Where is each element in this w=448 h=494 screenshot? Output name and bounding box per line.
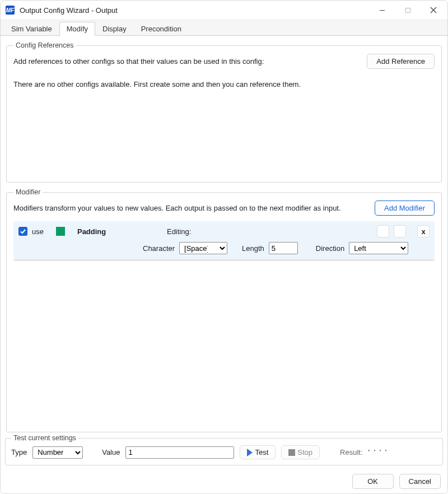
tab-precondition[interactable]: Precondition [134, 22, 189, 36]
modifier-group: Modifier Modifiers transform your values… [6, 188, 442, 432]
config-references-empty: There are no other configs available. Fi… [13, 80, 435, 88]
character-label: Character [143, 244, 175, 253]
tab-modify[interactable]: Modify [59, 22, 95, 36]
svg-text:MF: MF [6, 7, 15, 13]
use-checkbox[interactable] [18, 227, 27, 236]
modifier-desc: Modifiers transform your values to new v… [13, 204, 371, 212]
add-reference-button[interactable]: Add Reference [367, 54, 435, 69]
add-modifier-button[interactable]: Add Modifier [375, 201, 435, 216]
modifier-color-swatch [56, 227, 65, 236]
title-bar: MF Output Config Wizard - Output [1, 1, 447, 20]
app-icon: MF [5, 5, 15, 15]
result-value: ' ' ' ' [368, 448, 388, 456]
move-up-button[interactable] [377, 225, 389, 237]
stop-button[interactable]: Stop [281, 445, 320, 459]
test-settings-legend: Test current settings [11, 434, 78, 442]
modifier-item: use Padding Editing: x Character [Space]… [13, 221, 435, 260]
direction-label: Direction [316, 244, 344, 253]
maximize-button[interactable] [395, 1, 421, 19]
modifier-legend: Modifier [13, 188, 43, 196]
move-down-button[interactable] [394, 225, 406, 237]
use-label: use [32, 227, 44, 236]
test-value-input[interactable] [125, 446, 234, 459]
ok-button[interactable]: OK [352, 474, 394, 489]
window-title: Output Config Wizard - Output [20, 6, 118, 15]
minimize-button[interactable] [369, 1, 395, 19]
character-select[interactable]: [Space] [179, 242, 227, 254]
config-references-group: Config References Add references to othe… [6, 41, 442, 183]
play-icon [247, 449, 253, 456]
length-label: Length [242, 244, 264, 253]
close-button[interactable] [421, 1, 446, 19]
cancel-button[interactable]: Cancel [399, 474, 441, 489]
tab-display[interactable]: Display [95, 22, 134, 36]
svg-rect-3 [405, 8, 410, 12]
result-label: Result: [340, 448, 362, 456]
direction-select[interactable]: Left [349, 242, 408, 254]
modifier-name: Padding [77, 227, 144, 236]
length-input[interactable] [269, 242, 298, 254]
stop-icon [288, 449, 295, 456]
dialog-footer: OK Cancel [1, 469, 447, 493]
test-type-label: Type [11, 448, 27, 456]
tab-sim-variable[interactable]: Sim Variable [4, 22, 59, 36]
test-type-select[interactable]: Number [32, 446, 83, 459]
editing-label: Editing: [167, 227, 191, 236]
config-references-legend: Config References [13, 41, 76, 49]
test-button[interactable]: Test [240, 445, 276, 459]
config-references-desc: Add references to other configs so that … [13, 57, 363, 66]
test-settings-group: Test current settings Type Number Value … [5, 434, 443, 465]
tab-panel-modify: Config References Add references to othe… [1, 35, 447, 444]
test-value-label: Value [102, 448, 120, 456]
tab-strip: Sim Variable Modify Display Precondition [1, 20, 447, 35]
remove-modifier-button[interactable]: x [417, 225, 430, 237]
